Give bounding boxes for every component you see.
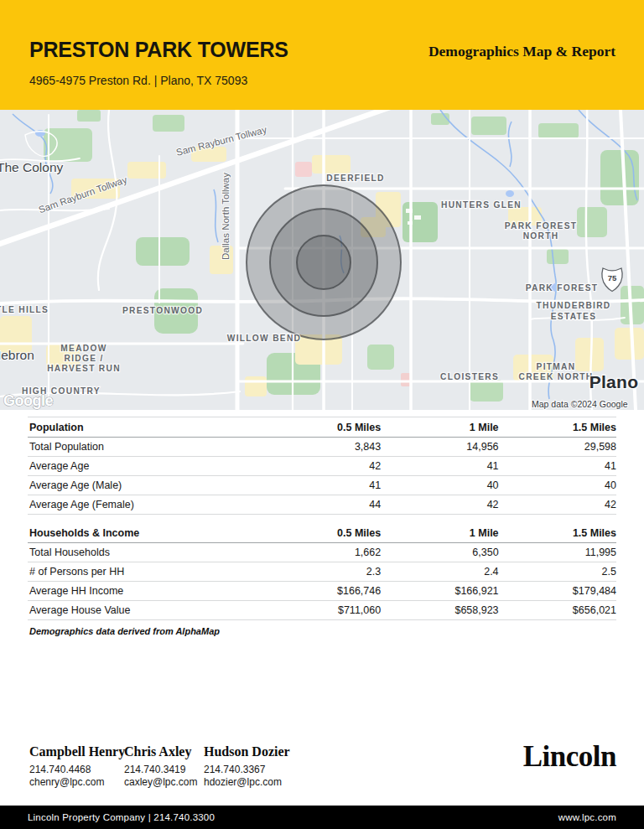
page-title: PRESTON PARK TOWERS — [29, 38, 288, 62]
report-page: PRESTON PARK TOWERS 4965-4975 Preston Rd… — [0, 0, 644, 829]
footer-bar: Lincoln Property Company | 214.740.3300 … — [0, 806, 644, 829]
footer-website-link[interactable]: www.lpc.com — [558, 812, 616, 822]
label-hunters-glen: HUNTERS GLEN — [441, 200, 522, 210]
contact-card: Hudson Dozier 214.740.3367 hdozier@lpc.c… — [204, 744, 290, 788]
footer-company-phone: Lincoln Property Company | 214.740.3300 — [28, 812, 215, 822]
map-attribution: Map data ©2024 Google — [532, 399, 628, 409]
cell-value: 41 — [381, 457, 498, 476]
cell-value: 2.5 — [499, 562, 616, 582]
column-header: 0.5 Miles — [263, 417, 381, 438]
table-row: Average HH Income $166,746 $166,921 $179… — [28, 582, 616, 601]
section-title-households: Households & Income — [28, 523, 263, 543]
label-pitman-1: PITMAN — [537, 362, 576, 371]
label-deerfield: DEERFIELD — [326, 174, 384, 183]
cell-value: $711,060 — [263, 601, 381, 620]
contact-phone: 214.740.4468 — [29, 764, 124, 775]
label-park-forest-north-2: NORTH — [523, 231, 559, 241]
label-hebron: Hebron — [0, 348, 34, 362]
cell-value: 2.4 — [381, 562, 498, 582]
radius-rings — [247, 185, 401, 339]
row-label: Average Age — [28, 457, 263, 476]
cell-value: $656,021 — [499, 601, 616, 620]
table-row: Average Age 42 41 41 — [28, 457, 616, 476]
cell-value: 44 — [263, 495, 381, 515]
property-address: 4965-4975 Preston Rd. | Plano, TX 75093 — [29, 74, 247, 87]
label-cloisters: CLOISTERS — [440, 372, 499, 381]
label-meadow-2: RIDGE / — [64, 354, 103, 363]
highway-75-number: 75 — [608, 273, 617, 282]
cell-value: 41 — [263, 476, 381, 495]
contact-name: Hudson Dozier — [204, 744, 290, 759]
table-row: Average House Value $711,060 $658,923 $6… — [28, 601, 616, 620]
cell-value: $179,484 — [499, 582, 616, 601]
cell-value: 41 — [499, 457, 616, 476]
cell-value: 42 — [263, 457, 381, 476]
cell-value: $166,921 — [381, 582, 498, 601]
row-label: Average House Value — [28, 601, 263, 620]
households-income-table: Households & Income 0.5 Miles 1 Mile 1.5… — [28, 523, 616, 620]
label-little-hills: LITTLE HILLS — [0, 305, 49, 314]
row-label: # of Persons per HH — [28, 562, 263, 582]
cell-value: 42 — [499, 495, 616, 515]
label-meadow-1: MEADOW — [60, 344, 106, 353]
row-label: Total Population — [28, 438, 263, 457]
report-title: Demographics Map & Report — [428, 43, 615, 60]
cell-value: 2.3 — [263, 562, 381, 582]
contact-email[interactable]: caxley@lpc.com — [124, 776, 204, 788]
table-header-row: Households & Income 0.5 Miles 1 Mile 1.5… — [28, 523, 616, 543]
cell-value: $166,746 — [263, 582, 381, 601]
cell-value: 40 — [499, 476, 616, 495]
contact-card: Chris Axley 214.740.3419 caxley@lpc.com — [124, 744, 204, 788]
cell-value: 14,956 — [381, 438, 498, 457]
table-header-row: Population 0.5 Miles 1 Mile 1.5 Miles — [28, 417, 616, 438]
contact-block: Campbell Henry 214.740.4468 chenry@lpc.c… — [29, 744, 290, 788]
label-prestonwood: PRESTONWOOD — [122, 306, 203, 315]
table-row: Total Households 1,662 6,350 11,995 — [28, 543, 616, 562]
label-the-colony: The Colony — [0, 160, 64, 174]
cell-value: 6,350 — [381, 543, 498, 562]
table-row: Average Age (Male) 41 40 40 — [28, 476, 616, 495]
contact-email[interactable]: hdozier@lpc.com — [204, 776, 290, 788]
demographics-map: The Colony Sam Rayburn Tollway Sam Raybu… — [0, 110, 644, 410]
table-row: # of Persons per HH 2.3 2.4 2.5 — [28, 562, 616, 582]
contact-name: Campbell Henry — [29, 744, 124, 759]
column-header: 0.5 Miles — [263, 523, 381, 543]
demographics-tables: Population 0.5 Miles 1 Mile 1.5 Miles To… — [28, 417, 616, 636]
label-thunderbird-1: THUNDERBIRD — [536, 301, 610, 310]
contact-email[interactable]: chenry@lpc.com — [29, 776, 124, 788]
cell-value: 42 — [381, 495, 498, 515]
contact-card: Campbell Henry 214.740.4468 chenry@lpc.c… — [29, 744, 124, 788]
google-logo: Google — [3, 392, 53, 409]
contact-name: Chris Axley — [124, 744, 204, 759]
column-header: 1.5 Miles — [499, 523, 616, 543]
column-header: 1 Mile — [381, 417, 498, 438]
lincoln-wordmark-logo: Lincoln — [523, 740, 616, 774]
row-label: Average Age (Female) — [28, 495, 263, 515]
table-row: Average Age (Female) 44 42 42 — [28, 495, 616, 515]
population-table: Population 0.5 Miles 1 Mile 1.5 Miles To… — [28, 417, 616, 515]
label-willow-bend: WILLOW BEND — [227, 334, 301, 343]
column-header: 1 Mile — [381, 523, 498, 543]
column-header: 1.5 Miles — [499, 417, 616, 438]
cell-value: 40 — [381, 476, 498, 495]
cell-value: 29,598 — [499, 438, 616, 457]
row-label: Total Households — [28, 543, 263, 562]
row-label: Average HH Income — [28, 582, 263, 601]
label-park-forest: PARK FOREST — [526, 283, 599, 293]
section-title-population: Population — [28, 417, 263, 438]
label-thunderbird-2: ESTATES — [551, 312, 597, 321]
label-pitman-2: CREEK NORTH — [518, 372, 593, 381]
report-header: PRESTON PARK TOWERS 4965-4975 Preston Rd… — [0, 0, 644, 110]
contact-phone: 214.740.3419 — [124, 764, 204, 775]
cell-value: $658,923 — [381, 601, 498, 620]
label-meadow-3: HARVEST RUN — [47, 364, 121, 373]
ring-half-mile — [297, 236, 351, 289]
data-source-footnote: Demographics data derived from AlphaMap — [29, 626, 616, 636]
table-row: Total Population 3,843 14,956 29,598 — [28, 438, 616, 457]
contact-phone: 214.740.3367 — [204, 764, 290, 775]
cell-value: 3,843 — [263, 438, 381, 457]
cell-value: 11,995 — [499, 543, 616, 562]
label-plano: Plano — [589, 372, 639, 391]
row-label: Average Age (Male) — [28, 476, 263, 495]
label-park-forest-north-1: PARK FOREST — [505, 221, 578, 231]
